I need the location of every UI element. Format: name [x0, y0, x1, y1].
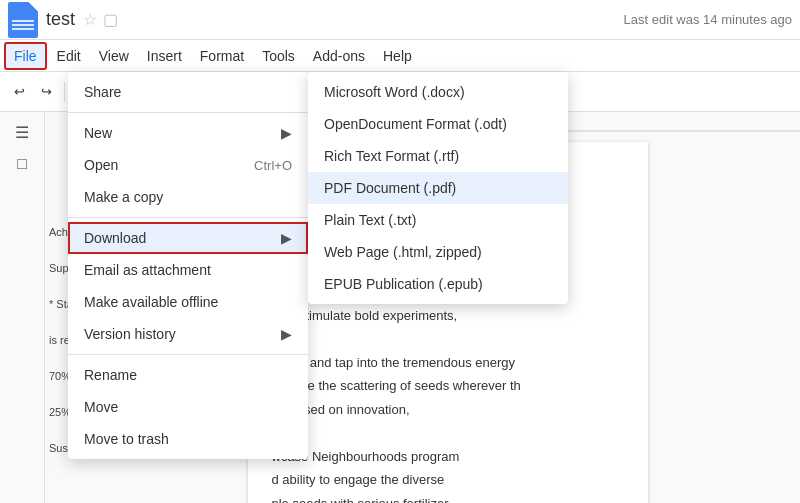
- new-arrow: ▶: [281, 125, 292, 141]
- submenu-rtf[interactable]: Rich Text Format (.rtf): [308, 140, 568, 172]
- last-edit-label: Last edit was 14 minutes ago: [624, 12, 792, 27]
- dropdown-new[interactable]: New ▶: [68, 117, 308, 149]
- menu-insert[interactable]: Insert: [139, 44, 190, 68]
- menu-bar: File Edit View Insert Format Tools Add-o…: [0, 40, 800, 72]
- toolbar-divider-1: [64, 82, 65, 102]
- menu-tools[interactable]: Tools: [254, 44, 303, 68]
- dropdown-share[interactable]: Share: [68, 76, 308, 108]
- doc-line-11: [272, 423, 624, 443]
- doc-line-7: [272, 329, 624, 349]
- dropdown-offline[interactable]: Make available offline: [68, 286, 308, 318]
- doc-line-10: ed based on innovation,: [272, 400, 624, 420]
- undo-button[interactable]: ↩: [8, 80, 31, 103]
- separator-2: [68, 217, 308, 218]
- doc-title[interactable]: test: [46, 9, 75, 30]
- submenu-odt[interactable]: OpenDocument Format (.odt): [308, 108, 568, 140]
- dropdown-open[interactable]: Open Ctrl+O: [68, 149, 308, 181]
- doc-line-14: ple seeds with serious fertilizer: [272, 494, 624, 504]
- dropdown-version[interactable]: Version history ▶: [68, 318, 308, 350]
- menu-addons[interactable]: Add-ons: [305, 44, 373, 68]
- submenu-epub[interactable]: EPUB Publication (.epub): [308, 268, 568, 300]
- submenu-docx[interactable]: Microsoft Word (.docx): [308, 76, 568, 108]
- dropdown-trash[interactable]: Move to trash: [68, 423, 308, 455]
- doc-line-12: wcase Neighbourhoods program: [272, 447, 624, 467]
- dropdown-download[interactable]: Download ▶: [68, 222, 308, 254]
- menu-view[interactable]: View: [91, 44, 137, 68]
- doc-line-8: ideas, and tap into the tremendous energ…: [272, 353, 624, 373]
- version-arrow: ▶: [281, 326, 292, 342]
- open-shortcut: Ctrl+O: [254, 158, 292, 173]
- doc-icon: [8, 2, 38, 38]
- download-submenu: Microsoft Word (.docx) OpenDocument Form…: [308, 72, 568, 304]
- file-dropdown: Share New ▶ Open Ctrl+O Make a copy Down…: [68, 72, 308, 459]
- menu-edit[interactable]: Edit: [49, 44, 89, 68]
- menu-help[interactable]: Help: [375, 44, 420, 68]
- dropdown-rename[interactable]: Rename: [68, 359, 308, 391]
- sidebar-icon-2[interactable]: □: [10, 152, 34, 176]
- separator-3: [68, 354, 308, 355]
- dropdown-email[interactable]: Email as attachment: [68, 254, 308, 286]
- left-sidebar: ☰ □: [0, 112, 45, 503]
- folder-icon[interactable]: ▢: [103, 10, 118, 29]
- submenu-txt[interactable]: Plain Text (.txt): [308, 204, 568, 236]
- download-arrow: ▶: [281, 230, 292, 246]
- submenu-html[interactable]: Web Page (.html, zipped): [308, 236, 568, 268]
- menu-format[interactable]: Format: [192, 44, 252, 68]
- star-icon[interactable]: ☆: [83, 10, 97, 29]
- sidebar-icon-1[interactable]: ☰: [10, 120, 34, 144]
- doc-line-9: d is like the scattering of seeds wherev…: [272, 376, 624, 396]
- doc-line-6: is to stimulate bold experiments,: [272, 306, 624, 326]
- dropdown-move[interactable]: Move: [68, 391, 308, 423]
- doc-line-13: d ability to engage the diverse: [272, 470, 624, 490]
- dropdown-makecopy[interactable]: Make a copy: [68, 181, 308, 213]
- menu-file[interactable]: File: [4, 42, 47, 70]
- submenu-pdf[interactable]: PDF Document (.pdf): [308, 172, 568, 204]
- redo-button[interactable]: ↪: [35, 80, 58, 103]
- top-bar: test ☆ ▢ Last edit was 14 minutes ago: [0, 0, 800, 40]
- separator-1: [68, 112, 308, 113]
